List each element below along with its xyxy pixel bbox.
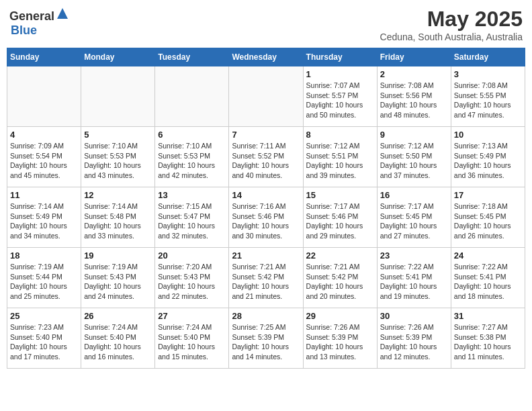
day-info: Sunrise: 7:26 AMSunset: 5:39 PMDaylight:… <box>380 322 448 362</box>
calendar-cell: 31Sunrise: 7:27 AMSunset: 5:38 PMDayligh… <box>451 308 525 369</box>
day-info: Sunrise: 7:17 AMSunset: 5:45 PMDaylight:… <box>380 201 448 241</box>
day-info: Sunrise: 7:24 AMSunset: 5:40 PMDaylight:… <box>84 322 152 362</box>
logo: General Blue <box>9 7 69 38</box>
day-number: 20 <box>158 250 226 261</box>
week-row-3: 11Sunrise: 7:14 AMSunset: 5:49 PMDayligh… <box>7 187 525 248</box>
weekday-header-friday: Friday <box>377 48 451 66</box>
calendar-cell: 6Sunrise: 7:10 AMSunset: 5:53 PMDaylight… <box>155 127 229 187</box>
day-number: 30 <box>380 311 448 321</box>
day-info: Sunrise: 7:24 AMSunset: 5:40 PMDaylight:… <box>158 322 226 362</box>
calendar-cell: 2Sunrise: 7:08 AMSunset: 5:56 PMDaylight… <box>377 66 451 127</box>
calendar-cell: 1Sunrise: 7:07 AMSunset: 5:57 PMDaylight… <box>303 66 377 127</box>
day-info: Sunrise: 7:16 AMSunset: 5:46 PMDaylight:… <box>232 201 300 241</box>
calendar-cell: 21Sunrise: 7:21 AMSunset: 5:42 PMDayligh… <box>229 248 303 308</box>
day-number: 25 <box>10 311 78 321</box>
day-info: Sunrise: 7:14 AMSunset: 5:48 PMDaylight:… <box>84 201 152 241</box>
calendar-cell <box>7 66 81 127</box>
location: Ceduna, South Australia, Australia <box>380 32 523 42</box>
day-info: Sunrise: 7:25 AMSunset: 5:39 PMDaylight:… <box>232 322 300 362</box>
day-number: 10 <box>454 130 522 140</box>
weekday-header-thursday: Thursday <box>303 48 377 66</box>
calendar-cell: 7Sunrise: 7:11 AMSunset: 5:52 PMDaylight… <box>229 127 303 187</box>
svg-marker-0 <box>57 8 68 19</box>
calendar-cell: 22Sunrise: 7:21 AMSunset: 5:42 PMDayligh… <box>303 248 377 308</box>
calendar-cell <box>229 66 303 127</box>
day-number: 14 <box>232 190 300 200</box>
day-info: Sunrise: 7:20 AMSunset: 5:43 PMDaylight:… <box>158 262 226 302</box>
day-number: 3 <box>454 69 522 79</box>
day-number: 1 <box>306 69 374 79</box>
weekday-header-wednesday: Wednesday <box>229 48 303 66</box>
day-number: 12 <box>84 190 152 200</box>
day-info: Sunrise: 7:08 AMSunset: 5:55 PMDaylight:… <box>454 81 522 120</box>
week-row-2: 4Sunrise: 7:09 AMSunset: 5:54 PMDaylight… <box>7 127 525 187</box>
week-row-5: 25Sunrise: 7:23 AMSunset: 5:40 PMDayligh… <box>7 308 525 369</box>
calendar-table: SundayMondayTuesdayWednesdayThursdayFrid… <box>7 48 525 369</box>
calendar-cell: 18Sunrise: 7:19 AMSunset: 5:44 PMDayligh… <box>7 248 81 308</box>
logo-icon <box>56 7 69 20</box>
calendar-cell: 14Sunrise: 7:16 AMSunset: 5:46 PMDayligh… <box>229 187 303 248</box>
logo-blue: Blue <box>11 24 37 37</box>
day-info: Sunrise: 7:10 AMSunset: 5:53 PMDaylight:… <box>84 141 152 181</box>
month-title: May 2025 <box>380 7 523 32</box>
logo-general: General <box>9 9 54 23</box>
calendar-cell: 17Sunrise: 7:18 AMSunset: 5:45 PMDayligh… <box>451 187 525 248</box>
day-info: Sunrise: 7:22 AMSunset: 5:41 PMDaylight:… <box>380 262 448 302</box>
day-info: Sunrise: 7:21 AMSunset: 5:42 PMDaylight:… <box>306 262 374 302</box>
page-header: General Blue May 2025 Ceduna, South Aust… <box>7 7 525 42</box>
weekday-header-saturday: Saturday <box>451 48 525 66</box>
calendar-cell: 9Sunrise: 7:12 AMSunset: 5:50 PMDaylight… <box>377 127 451 187</box>
calendar-cell: 24Sunrise: 7:22 AMSunset: 5:41 PMDayligh… <box>451 248 525 308</box>
day-info: Sunrise: 7:19 AMSunset: 5:44 PMDaylight:… <box>10 262 78 302</box>
calendar-cell: 30Sunrise: 7:26 AMSunset: 5:39 PMDayligh… <box>377 308 451 369</box>
weekday-header-row: SundayMondayTuesdayWednesdayThursdayFrid… <box>7 48 525 66</box>
day-info: Sunrise: 7:21 AMSunset: 5:42 PMDaylight:… <box>232 262 300 302</box>
calendar-cell: 26Sunrise: 7:24 AMSunset: 5:40 PMDayligh… <box>81 308 155 369</box>
day-number: 4 <box>10 130 78 140</box>
day-info: Sunrise: 7:07 AMSunset: 5:57 PMDaylight:… <box>306 81 374 120</box>
calendar-cell: 5Sunrise: 7:10 AMSunset: 5:53 PMDaylight… <box>81 127 155 187</box>
weekday-header-sunday: Sunday <box>7 48 81 66</box>
day-number: 31 <box>454 311 522 321</box>
weekday-header-monday: Monday <box>81 48 155 66</box>
weekday-header-tuesday: Tuesday <box>155 48 229 66</box>
day-info: Sunrise: 7:23 AMSunset: 5:40 PMDaylight:… <box>10 322 78 362</box>
day-number: 9 <box>380 130 448 140</box>
day-info: Sunrise: 7:12 AMSunset: 5:51 PMDaylight:… <box>306 141 374 181</box>
calendar-cell: 27Sunrise: 7:24 AMSunset: 5:40 PMDayligh… <box>155 308 229 369</box>
day-number: 5 <box>84 130 152 140</box>
calendar-cell: 20Sunrise: 7:20 AMSunset: 5:43 PMDayligh… <box>155 248 229 308</box>
calendar-cell: 16Sunrise: 7:17 AMSunset: 5:45 PMDayligh… <box>377 187 451 248</box>
day-number: 26 <box>84 311 152 321</box>
calendar-cell: 8Sunrise: 7:12 AMSunset: 5:51 PMDaylight… <box>303 127 377 187</box>
calendar-cell: 3Sunrise: 7:08 AMSunset: 5:55 PMDaylight… <box>451 66 525 127</box>
week-row-4: 18Sunrise: 7:19 AMSunset: 5:44 PMDayligh… <box>7 248 525 308</box>
day-number: 21 <box>232 250 300 261</box>
day-info: Sunrise: 7:22 AMSunset: 5:41 PMDaylight:… <box>454 262 522 302</box>
day-number: 16 <box>380 190 448 200</box>
day-info: Sunrise: 7:13 AMSunset: 5:49 PMDaylight:… <box>454 141 522 181</box>
day-number: 11 <box>10 190 78 200</box>
calendar-cell: 25Sunrise: 7:23 AMSunset: 5:40 PMDayligh… <box>7 308 81 369</box>
day-number: 24 <box>454 250 522 261</box>
day-number: 7 <box>232 130 300 140</box>
day-number: 22 <box>306 250 374 261</box>
calendar-cell: 19Sunrise: 7:19 AMSunset: 5:43 PMDayligh… <box>81 248 155 308</box>
day-info: Sunrise: 7:19 AMSunset: 5:43 PMDaylight:… <box>84 262 152 302</box>
day-number: 13 <box>158 190 226 200</box>
calendar-cell: 23Sunrise: 7:22 AMSunset: 5:41 PMDayligh… <box>377 248 451 308</box>
day-info: Sunrise: 7:17 AMSunset: 5:46 PMDaylight:… <box>306 201 374 241</box>
calendar-cell: 10Sunrise: 7:13 AMSunset: 5:49 PMDayligh… <box>451 127 525 187</box>
day-number: 29 <box>306 311 374 321</box>
day-info: Sunrise: 7:08 AMSunset: 5:56 PMDaylight:… <box>380 81 448 120</box>
day-number: 8 <box>306 130 374 140</box>
day-info: Sunrise: 7:09 AMSunset: 5:54 PMDaylight:… <box>10 141 78 181</box>
day-number: 19 <box>84 250 152 261</box>
day-info: Sunrise: 7:18 AMSunset: 5:45 PMDaylight:… <box>454 201 522 241</box>
day-number: 2 <box>380 69 448 79</box>
calendar-cell: 11Sunrise: 7:14 AMSunset: 5:49 PMDayligh… <box>7 187 81 248</box>
day-number: 6 <box>158 130 226 140</box>
calendar-cell: 15Sunrise: 7:17 AMSunset: 5:46 PMDayligh… <box>303 187 377 248</box>
day-info: Sunrise: 7:15 AMSunset: 5:47 PMDaylight:… <box>158 201 226 241</box>
day-info: Sunrise: 7:11 AMSunset: 5:52 PMDaylight:… <box>232 141 300 181</box>
